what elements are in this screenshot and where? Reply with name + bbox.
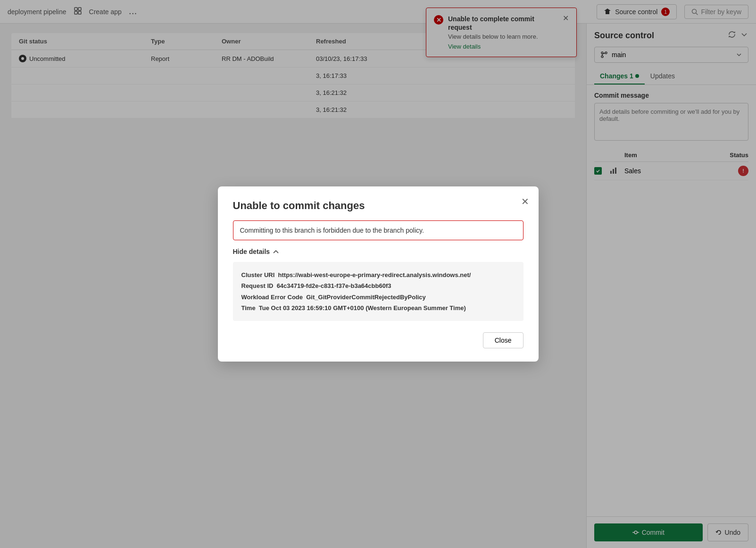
time-row: Time Tue Oct 03 2023 16:59:10 GMT+0100 (… bbox=[241, 303, 515, 313]
modal-footer: Close bbox=[233, 332, 523, 348]
workload-error-row: Workload Error Code Git_GitProviderCommi… bbox=[241, 292, 515, 303]
hide-details-label: Hide details bbox=[233, 248, 270, 255]
modal-title: Unable to commit changes bbox=[233, 200, 523, 212]
modal-close-button[interactable]: ✕ bbox=[521, 196, 529, 207]
request-id-value: 64c34719-fd2e-c831-f37e-b3a64cbb60f3 bbox=[277, 282, 391, 289]
cluster-uri-row: Cluster URI https://wabi-west-europe-e-p… bbox=[241, 270, 515, 280]
modal-error-message: Committing to this branch is forbidden d… bbox=[233, 220, 523, 240]
modal-close-btn[interactable]: Close bbox=[483, 332, 523, 348]
modal-overlay: Unable to commit changes ✕ Committing to… bbox=[0, 0, 756, 548]
details-box: Cluster URI https://wabi-west-europe-e-p… bbox=[233, 262, 523, 321]
request-id-label: Request ID bbox=[241, 282, 274, 289]
workload-error-label: Workload Error Code bbox=[241, 294, 303, 301]
hide-details-toggle[interactable]: Hide details bbox=[233, 248, 523, 255]
modal-dialog: Unable to commit changes ✕ Committing to… bbox=[218, 186, 539, 362]
cluster-uri-value: https://wabi-west-europe-e-primary-redir… bbox=[278, 271, 471, 278]
time-value: Tue Oct 03 2023 16:59:10 GMT+0100 (Weste… bbox=[259, 304, 466, 312]
time-label: Time bbox=[241, 304, 256, 312]
request-id-row: Request ID 64c34719-fd2e-c831-f37e-b3a64… bbox=[241, 280, 515, 291]
cluster-uri-label: Cluster URI bbox=[241, 271, 275, 278]
chevron-up-icon bbox=[273, 248, 279, 255]
workload-error-value: Git_GitProviderCommitRejectedByPolicy bbox=[306, 294, 426, 301]
